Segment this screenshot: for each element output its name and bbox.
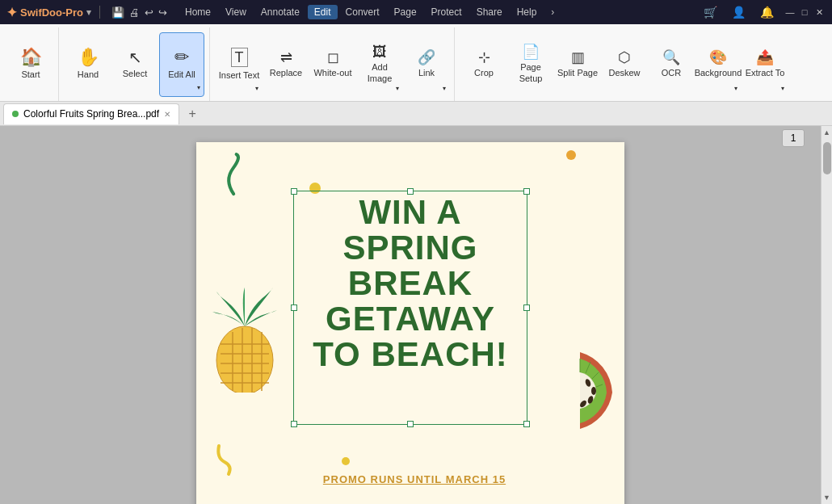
save-icon[interactable]: 💾 [111,6,124,19]
tab-document[interactable]: Colorful Fruits Spring Brea...pdf ✕ [3,103,179,124]
add-tab-button[interactable]: + [183,104,202,124]
add-image-dropdown: ▾ [396,85,399,92]
selection-handle-mr[interactable] [523,304,530,311]
scroll-down-button[interactable]: ▼ [821,491,833,504]
minimize-button[interactable]: — [784,6,796,19]
deco-squiggle-bottom [212,438,245,481]
bell-icon[interactable]: 🔔 [755,4,779,20]
undo-icon[interactable]: ↩ [145,6,153,19]
crop-button[interactable]: ⊹ Crop [461,32,506,97]
selection-handle-br[interactable] [523,421,530,427]
maximize-button[interactable]: □ [798,6,811,19]
white-out-label: White-out [313,68,351,78]
crop-label: Crop [474,68,494,78]
pdf-page: WIN A SPRING BREAK GETAWAY TO BEACH! PRO… [196,142,624,504]
add-image-label: Add Image [359,62,401,83]
user-icon[interactable]: 👤 [727,4,750,20]
canvas-area[interactable]: 1 [0,126,821,504]
menu-page[interactable]: Page [388,5,423,19]
app-logo: ✦ SwifDoo-Pro ▾ [6,5,91,20]
replace-icon: ⇌ [280,50,292,65]
selection-handle-bm[interactable] [407,421,414,427]
redo-icon[interactable]: ↪ [158,6,167,19]
menu-help[interactable]: Help [511,5,544,19]
add-image-button[interactable]: 🖼 Add Image ▾ [357,32,402,97]
hand-button[interactable]: ✋ Hand [65,32,111,97]
deco-dot-yellow-bottom [342,457,350,465]
add-image-icon: 🖼 [372,44,387,59]
replace-button[interactable]: ⇌ Replace [263,32,309,97]
tool-group-start: 🏠 Start [3,27,59,101]
hand-label: Hand [78,69,99,80]
ocr-icon: 🔍 [662,50,680,65]
tab-modified-indicator [12,111,19,117]
split-page-button[interactable]: ▥ Split Page [555,32,600,97]
menu-annotate[interactable]: Annotate [254,5,306,19]
tab-close-button[interactable]: ✕ [164,110,170,119]
menu-view[interactable]: View [219,5,253,19]
menu-share[interactable]: Share [470,5,509,19]
deco-dot-yellow-top [309,183,321,194]
link-icon: 🔗 [418,50,435,65]
background-icon: 🎨 [709,50,727,65]
link-button[interactable]: 🔗 Link ▾ [404,32,449,97]
title-bar: ✦ SwifDoo-Pro ▾ 💾 🖨 ↩ ↪ Home View Annota… [0,0,832,24]
menu-more[interactable]: › [544,5,561,19]
scroll-up-button[interactable]: ▲ [821,126,833,139]
insert-text-icon: T [231,48,248,67]
extract-to-dropdown: ▾ [781,85,784,92]
page-setup-button[interactable]: 📄 Page Setup [508,32,553,97]
selection-handle-ml[interactable] [291,304,297,311]
edit-all-button[interactable]: ✏ Edit All ▾ [159,32,204,97]
scroll-thumb[interactable] [823,142,831,174]
menu-edit[interactable]: Edit [308,5,338,19]
ocr-label: OCR [662,68,681,78]
insert-text-dropdown: ▾ [255,85,258,92]
ribbon-toolbar: 🏠 Start ✋ Hand ↖ Select ✏ Edit All ▾ T I… [0,24,832,102]
background-button[interactable]: 🎨 Background ▾ [695,32,741,97]
selection-handle-tr[interactable] [523,188,530,195]
edit-all-dropdown-arrow: ▾ [197,84,200,91]
tool-group-page: ⊹ Crop 📄 Page Setup ▥ Split Page ⬡ Deske… [456,27,792,101]
select-icon: ↖ [128,49,142,65]
extract-to-label: Extract To [746,68,785,78]
main-area: 1 [0,126,832,504]
pineapple-decoration [204,288,285,396]
select-button[interactable]: ↖ Select [112,32,158,97]
insert-text-button[interactable]: T Insert Text ▾ [216,32,262,97]
start-button[interactable]: 🏠 Start [8,32,53,97]
close-button[interactable]: ✕ [813,6,826,19]
tool-group-text: T Insert Text ▾ ⇌ Replace ◻ White-out 🖼 … [212,27,455,101]
cart-icon[interactable]: 🛒 [699,4,722,20]
link-dropdown: ▾ [443,85,446,92]
deskew-label: Deskew [608,68,640,78]
deskew-button[interactable]: ⬡ Deskew [602,32,647,97]
edit-all-label: Edit All [168,69,195,80]
headline-text: WIN A SPRING BREAK GETAWAY TO BEACH! [297,195,523,372]
kiwi-decoration [544,344,616,436]
ocr-button[interactable]: 🔍 OCR [649,32,694,97]
menu-protect[interactable]: Protect [425,5,469,19]
split-page-icon: ▥ [571,50,585,65]
scrollbar: ▲ ▼ [821,126,832,504]
deskew-icon: ⬡ [618,50,631,65]
white-out-button[interactable]: ◻ White-out [310,32,355,97]
menu-home[interactable]: Home [179,5,217,19]
deco-dot-orange-top [566,150,576,160]
selection-handle-bl[interactable] [291,421,297,427]
menu-bar: Home View Annotate Edit Convert Page Pro… [179,5,561,19]
tab-title: Colorful Fruits Spring Brea...pdf [23,108,159,120]
replace-label: Replace [270,68,302,78]
window-controls: — □ ✕ [784,6,826,19]
title-bar-left: ✦ SwifDoo-Pro ▾ 💾 🖨 ↩ ↪ Home View Annota… [6,5,561,20]
print-icon[interactable]: 🖨 [129,6,140,19]
selection-handle-tl[interactable] [291,188,297,195]
menu-convert[interactable]: Convert [339,5,386,19]
title-bar-right: 🛒 👤 🔔 — □ ✕ [699,4,826,20]
svg-point-12 [591,387,596,395]
tab-bar: Colorful Fruits Spring Brea...pdf ✕ + [0,102,832,126]
tool-group-basic: ✋ Hand ↖ Select ✏ Edit All ▾ [61,27,210,101]
link-label: Link [418,68,435,78]
extract-to-button[interactable]: 📤 Extract To ▾ [742,32,788,97]
quick-access-toolbar: 💾 🖨 ↩ ↪ [111,6,167,19]
